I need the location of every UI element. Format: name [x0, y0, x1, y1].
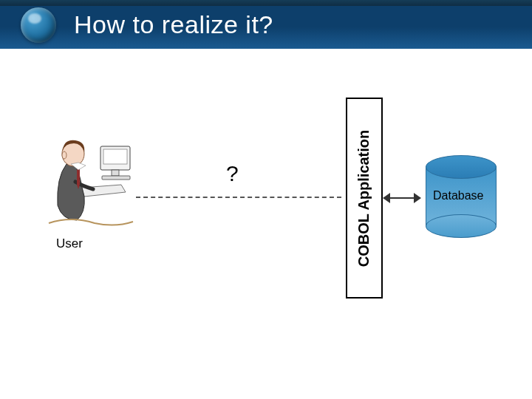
- user-label: User: [56, 236, 83, 251]
- title-bar: How to realize it?: [0, 0, 532, 49]
- question-mark: ?: [226, 161, 239, 186]
- svg-point-5: [62, 151, 66, 159]
- logo-globe-icon: [21, 7, 56, 43]
- slide-title: How to realize it?: [74, 10, 273, 39]
- cobol-application-box: COBOL Application: [346, 98, 383, 299]
- connector-line: [389, 197, 415, 199]
- cobol-application-label: COBOL Application: [356, 129, 373, 267]
- svg-rect-1: [103, 149, 127, 164]
- svg-rect-2: [112, 170, 119, 176]
- double-arrow-connector: [383, 193, 421, 203]
- svg-rect-3: [102, 176, 130, 180]
- dashed-connection-line: [136, 197, 341, 198]
- slide: How to realize it?: [0, 0, 532, 399]
- database-label: Database: [433, 189, 484, 202]
- title-stripe: [0, 0, 532, 6]
- user-illustration: [41, 133, 137, 229]
- arrow-right-icon: [414, 193, 421, 203]
